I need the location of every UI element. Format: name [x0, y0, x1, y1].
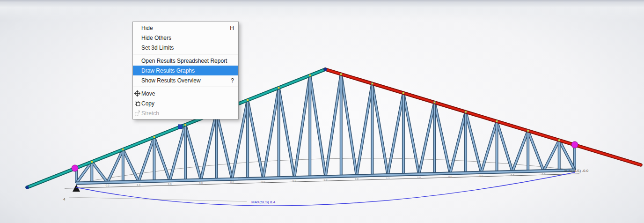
- menu-item-set-3d-limits[interactable]: Set 3d Limits: [133, 43, 238, 52]
- menu-item-label: Hide: [141, 25, 153, 31]
- menu-item-hide[interactable]: Hide H: [133, 23, 238, 33]
- svg-text:0.0: 0.0: [262, 180, 265, 183]
- menu-separator: [133, 87, 238, 87]
- menu-item-open-results-spreadsheet-report[interactable]: Open Results Spreadsheet Report: [133, 56, 238, 66]
- icon-slot: [134, 67, 140, 74]
- svg-text:0.0: 0.0: [137, 184, 140, 186]
- svg-text:0.0: 0.0: [106, 184, 110, 187]
- left-support-node[interactable]: [72, 165, 78, 171]
- menu-item-label: Open Results Spreadsheet Report: [141, 58, 227, 64]
- menu-item-label: Copy: [141, 100, 154, 107]
- menu-item-stretch: Stretch: [133, 108, 238, 118]
- svg-text:0.0: 0.0: [168, 183, 172, 186]
- right-support-node[interactable]: [571, 141, 578, 148]
- left-end-node[interactable]: [26, 186, 29, 189]
- menu-item-label: Hide Others: [141, 35, 171, 41]
- icon-slot: [134, 77, 140, 84]
- svg-text:0.0: 0.0: [355, 178, 359, 180]
- svg-text:0.0: 0.0: [511, 174, 514, 177]
- menu-item-label: Show Results Overview: [141, 77, 201, 84]
- stretch-icon: [134, 110, 140, 117]
- menu-item-label: Draw Results Graphs: [141, 67, 195, 74]
- menu-item-draw-results-graphs[interactable]: Draw Results Graphs: [133, 66, 238, 75]
- svg-text:0.0: 0.0: [386, 177, 390, 180]
- menu-item-hide-others[interactable]: Hide Others: [133, 33, 238, 43]
- icon-slot: [134, 24, 140, 31]
- svg-text:0.0: 0.0: [448, 175, 452, 178]
- copy-icon: [134, 100, 140, 107]
- truss-scene[interactable]: MAX(SLS) 8.4 MIN(SLS) -0.0 4 0.00.00.00.…: [0, 0, 644, 223]
- svg-text:0.0: 0.0: [230, 181, 234, 184]
- menu-item-move[interactable]: Move: [133, 89, 238, 98]
- svg-text:0.0: 0.0: [479, 174, 483, 177]
- icon-slot: [134, 34, 140, 41]
- icon-slot: [134, 44, 140, 51]
- icon-slot: [134, 57, 140, 64]
- svg-text:0.0: 0.0: [542, 173, 546, 176]
- menu-item-label: Move: [141, 90, 155, 97]
- max-sls-label: MAX(SLS) 8.4: [251, 200, 276, 204]
- svg-text:0.0: 0.0: [199, 182, 203, 185]
- apex-node[interactable]: [324, 68, 327, 71]
- move-icon: [134, 90, 140, 97]
- menu-item-shortcut: H: [221, 25, 234, 31]
- svg-text:0.0: 0.0: [417, 176, 421, 179]
- menu-separator: [133, 54, 238, 54]
- context-menu: Hide H Hide Others Set 3d Limits Open Re…: [132, 22, 239, 119]
- menu-item-copy[interactable]: Copy: [133, 98, 238, 108]
- axis-value-label: 4: [63, 197, 66, 201]
- scale-line: [69, 197, 247, 201]
- min-sls-label: MIN(SLS) -0.0: [564, 169, 589, 173]
- menu-item-label: Stretch: [141, 110, 159, 117]
- svg-text:0.0: 0.0: [293, 179, 296, 182]
- selected-grip-node[interactable]: [178, 125, 183, 129]
- menu-item-label: Set 3d Limits: [141, 45, 174, 51]
- model-viewport[interactable]: MAX(SLS) 8.4 MIN(SLS) -0.0 4 0.00.00.00.…: [0, 0, 644, 223]
- menu-item-shortcut: ?: [222, 77, 234, 84]
- menu-item-show-results-overview[interactable]: Show Results Overview ?: [133, 75, 238, 85]
- svg-text:0.0: 0.0: [324, 178, 328, 181]
